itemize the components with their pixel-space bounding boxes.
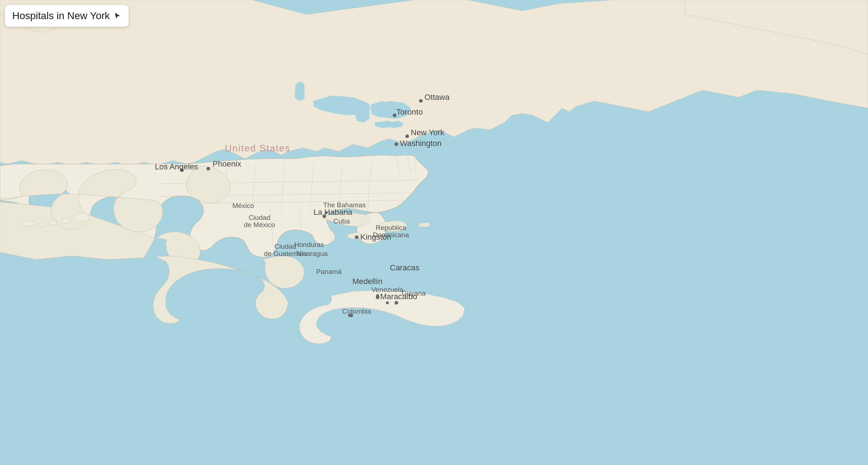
la-habana-label: La Habana [313,208,352,217]
search-box[interactable]: Hospitals in New York [5,5,129,27]
svg-point-29 [325,211,328,214]
svg-point-18 [405,134,409,138]
ottawa-label: Ottawa [424,93,450,102]
svg-point-25 [355,235,359,239]
ciudad-mexico-label-2: de México [244,221,275,229]
ciudad-guatemala-label-2: de Guatemala [264,250,307,257]
dominicana-label-1: Republica [376,224,406,231]
panama-label: Panamá [316,268,342,275]
toronto-label: Toronto [396,107,423,116]
search-input-text: Hospitals in New York [12,10,110,22]
los-angeles-label: Los Angeles [155,162,198,171]
phoenix-label: Phoenix [213,159,241,168]
new-york-label: New York [411,128,445,137]
svg-point-31 [386,301,389,304]
map-svg: .ocean { fill: #a8d4e0; } .land { fill: … [0,0,868,465]
cuba-label: Cuba [333,217,350,225]
svg-point-20 [419,99,423,103]
cursor-icon [113,12,121,20]
washington-label: Washington [400,139,441,148]
ciudad-mexico-label-1: Ciudad [249,214,270,221]
colombia-label: Colombia [342,307,371,315]
medellin-label: Medellín [352,277,382,286]
svg-point-19 [395,142,398,146]
caracas-label: Caracas [390,263,419,272]
ciudad-guatemala-label-1: Ciudad [275,243,296,250]
honduras-label: Honduras [294,241,324,248]
svg-point-26 [395,301,398,305]
us-label: United States [225,143,290,154]
svg-point-32 [348,314,351,317]
svg-point-30 [376,294,379,297]
kingston-label: Kingston [360,232,391,242]
mexico-label: México [232,202,254,209]
map-container[interactable]: .ocean { fill: #a8d4e0; } .land { fill: … [0,0,868,465]
svg-point-23 [206,167,210,170]
svg-point-21 [393,114,396,117]
maracaibo-label: Maracaibo [380,292,417,301]
